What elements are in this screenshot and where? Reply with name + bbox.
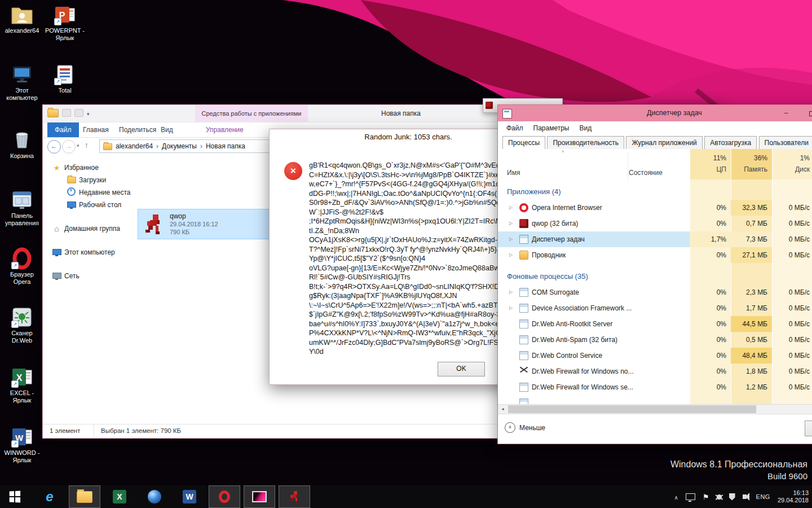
process-row[interactable]: Dr.Web Firewall for Windows se... 0% 1,2… (498, 379, 812, 395)
scrollbar-thumb[interactable] (508, 405, 756, 413)
history-chevron-icon[interactable] (77, 143, 80, 148)
minimize-icon[interactable] (773, 105, 799, 121)
menu-view[interactable]: Вид (574, 124, 597, 132)
process-row[interactable]: qwop (32 бита) 0% 0,7 МБ 0 МБ/с (498, 216, 812, 231)
column-cpu[interactable]: 11% ЦП (690, 149, 731, 179)
expand-chevron-icon[interactable] (509, 284, 513, 300)
clock[interactable]: 16:13 29.04.2018 (778, 489, 809, 504)
expand-chevron-icon[interactable] (509, 216, 513, 231)
sidebar-item-desktop[interactable]: Рабочий стол (67, 199, 121, 211)
desktop-icon-alexander64[interactable]: alexander64 (1, 3, 43, 34)
end-task-button[interactable]: Снять задачу (805, 421, 812, 436)
desktop-icon-excel[interactable]: X EXCEL - Ярлык (1, 366, 43, 404)
sidebar-item-downloads[interactable]: Загрузки (67, 174, 106, 186)
taskbar-item-explorer[interactable] (69, 485, 100, 508)
desktop-icon-word[interactable]: W WINWORD - Ярлык (1, 426, 43, 464)
fewer-details-button[interactable]: Меньше (505, 422, 545, 433)
process-row[interactable]: Проводник 0% 27,1 МБ 0 МБ/с (498, 247, 812, 263)
scroll-left-icon[interactable] (498, 405, 508, 414)
display-tray-icon[interactable] (686, 493, 695, 500)
taskbar-item-opera[interactable] (209, 485, 240, 508)
tab-users[interactable]: Пользователи (759, 136, 812, 150)
tab-view[interactable]: Вид (153, 122, 180, 137)
forward-icon[interactable] (62, 140, 76, 154)
windows-logo-icon (10, 491, 20, 503)
task-manager-titlebar[interactable]: Диспетчер задач (498, 105, 812, 121)
action-center-flag-icon[interactable] (703, 492, 709, 502)
desktop-icon-this-pc[interactable]: Этот компьютер (1, 63, 43, 102)
qat-button-icon[interactable] (62, 109, 71, 117)
column-memory[interactable]: 36% Память (731, 149, 772, 179)
sidebar-item-recent[interactable]: Недавние места (67, 186, 130, 199)
drweb-tray-icon[interactable] (717, 494, 722, 500)
menu-file[interactable]: Файл (501, 124, 528, 132)
sidebar-item-network[interactable]: Сеть (52, 270, 80, 282)
group-header-apps[interactable]: Приложения (4) (507, 184, 561, 200)
security-shield-icon[interactable] (729, 493, 735, 501)
tab-file[interactable]: Файл (47, 122, 79, 137)
sidebar-item-this-pc[interactable]: Этот компьютер (52, 246, 115, 259)
menu-options[interactable]: Параметры (528, 124, 575, 132)
expand-chevron-icon[interactable] (509, 247, 513, 263)
column-disk[interactable]: 1% Диск (772, 149, 812, 179)
column-name[interactable]: Имя (507, 169, 520, 177)
desktop-icon-recycle-bin[interactable]: Корзина (1, 129, 43, 160)
taskbar-item-qwop[interactable] (279, 485, 310, 508)
process-row[interactable]: Dr.Web Anti-Spam (32 бита) 0% 0,5 МБ 0 М… (498, 332, 812, 348)
process-row[interactable]: Dr.Web Firewall for Windows no... 0% 1,8… (498, 364, 812, 379)
tab-manage[interactable]: Управление (198, 122, 251, 137)
desktop-icon-label: Total (44, 87, 86, 94)
breadcrumb-separator-icon[interactable] (200, 142, 202, 150)
qat-button-icon[interactable] (74, 109, 83, 117)
desktop-icon-total[interactable]: Total (44, 63, 86, 94)
tab-app-history[interactable]: Журнал приложений (626, 136, 702, 150)
expand-chevron-icon[interactable] (509, 300, 513, 316)
back-icon[interactable] (47, 140, 61, 154)
group-header-background[interactable]: Фоновые процессы (35) (507, 269, 588, 284)
file-date: 29.04.2018 16:12 (170, 220, 218, 228)
selection-summary: Выбран 1 элемент: 790 КБ (94, 424, 181, 437)
expand-chevron-icon[interactable] (509, 200, 513, 216)
language-indicator[interactable]: ENG (756, 493, 770, 500)
breadcrumb-separator-icon[interactable] (156, 142, 158, 150)
start-button[interactable] (0, 485, 29, 508)
process-row[interactable]: Dr.Web Control Service 0% 48,4 МБ 0 МБ/с (498, 348, 812, 364)
desktop-icon-control-panel[interactable]: Панель управления (1, 189, 43, 227)
tab-startup[interactable]: Автозагрузка (704, 136, 757, 150)
taskbar-item-sphere-app[interactable] (139, 485, 170, 508)
column-status[interactable]: Состояние (629, 169, 663, 177)
show-hidden-icons-chevron-icon[interactable] (674, 492, 678, 502)
taskbar-item-word[interactable]: W (174, 485, 205, 508)
breadcrumb-current[interactable]: Новая папка (206, 142, 245, 150)
taskbar-item-ie[interactable]: e (34, 485, 65, 508)
breadcrumb-root[interactable]: alexander64 (116, 142, 153, 150)
process-row[interactable]: Opera Internet Browser 0% 32,3 МБ 0 МБ/с (498, 200, 812, 216)
desktop-icon-powerpoint[interactable]: P POWERPNT - Ярлык (44, 3, 86, 42)
sidebar-item-homegroup[interactable]: Домашняя группа (52, 222, 120, 235)
tab-performance[interactable]: Производительность (547, 136, 624, 150)
horizontal-scrollbar[interactable] (498, 404, 812, 414)
qat-customize-chevron-icon[interactable] (87, 108, 90, 118)
taskbar-item-image-viewer[interactable] (244, 485, 275, 508)
maximize-icon[interactable] (799, 105, 812, 121)
process-row[interactable]: Device Association Framework ... 0% 1,7 … (498, 300, 812, 316)
expand-chevron-icon[interactable] (509, 231, 513, 247)
quick-access-toolbar[interactable] (47, 108, 90, 118)
up-icon[interactable] (85, 141, 89, 149)
process-row-partial[interactable] (498, 395, 812, 404)
watermark-edition: Windows 8.1 Профессиональная (670, 458, 807, 471)
desktop-icon-opera[interactable]: Браузер Opera (1, 247, 43, 286)
breadcrumb-documents[interactable]: Документы (162, 142, 197, 150)
desktop-icon-drweb-scanner[interactable]: Сканер Dr.Web (1, 306, 43, 344)
taskbar-item-excel[interactable]: X (104, 485, 135, 508)
process-row-selected[interactable]: Диспетчер задач 1,7% 7,3 МБ 0 МБ/с (498, 231, 812, 247)
ok-button[interactable]: OK (438, 362, 485, 376)
tab-processes[interactable]: Процессы (502, 136, 545, 150)
tab-home[interactable]: Главная (76, 122, 116, 137)
file-item-qwop[interactable]: qwop 29.04.2018 16:12 790 КБ (138, 209, 272, 239)
sidebar-item-favorites[interactable]: Избранное (52, 161, 99, 174)
process-row[interactable]: COM Surrogate 0% 2,3 МБ 0 МБ/с (498, 284, 812, 300)
window-folder-icon (47, 109, 59, 117)
volume-icon[interactable] (743, 494, 747, 499)
process-row[interactable]: Dr.Web Anti-Rootkit Server 0% 44,5 МБ 0 … (498, 316, 812, 332)
